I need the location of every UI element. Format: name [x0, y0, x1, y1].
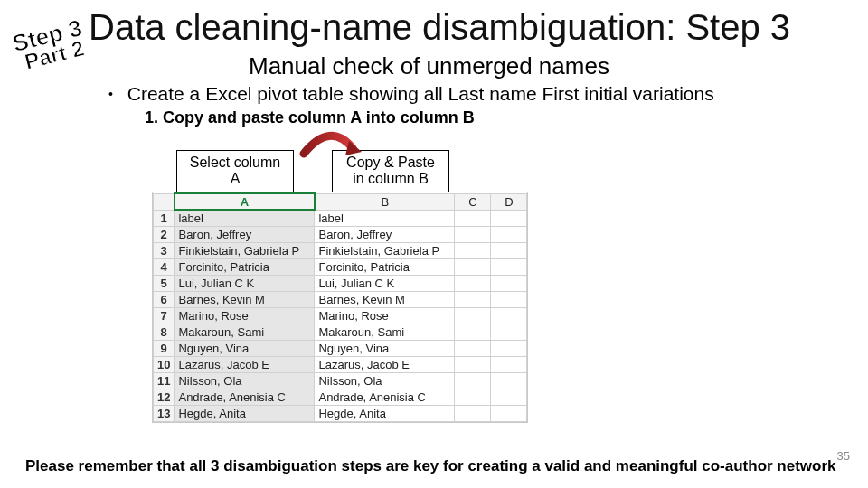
cell-d[interactable] [491, 356, 527, 372]
slide-title: Data cleaning-name disambiguation: Step … [89, 7, 790, 48]
cell-b[interactable]: Marino, Rose [315, 307, 455, 324]
cell-b[interactable]: Forcinito, Patricia [315, 258, 455, 275]
callout-a-l2: A [183, 171, 288, 187]
column-header-row: A B C D [154, 193, 527, 210]
bullet-dot: • [108, 87, 113, 101]
cell-d[interactable] [491, 307, 527, 324]
cell-b[interactable]: Lazarus, Jacob E [315, 356, 455, 372]
cell-a[interactable]: Baron, Jeffrey [175, 226, 315, 242]
callout-b-l2: in column B [338, 171, 443, 187]
cell-b[interactable]: Finkielstain, Gabriela P [315, 242, 455, 258]
cell-a[interactable]: Hegde, Anita [175, 405, 315, 421]
row-header[interactable]: 5 [154, 275, 175, 291]
cell-c[interactable] [455, 405, 491, 421]
page-number: 35 [837, 449, 850, 463]
cell-d[interactable] [491, 258, 527, 275]
row-header[interactable]: 3 [154, 242, 175, 258]
cell-b[interactable]: label [315, 210, 455, 226]
row-header[interactable]: 11 [154, 372, 175, 389]
slide-subtitle: Manual check of unmerged names [249, 52, 609, 80]
cell-c[interactable] [455, 372, 491, 389]
cell-a[interactable]: Lui, Julian C K [175, 275, 315, 291]
row-header[interactable]: 12 [154, 389, 175, 405]
cell-d[interactable] [491, 340, 527, 356]
cell-c[interactable] [455, 389, 491, 405]
curved-arrow-icon [298, 130, 362, 157]
callout-a-l1: Select column [183, 155, 288, 171]
col-header-b[interactable]: B [315, 193, 455, 210]
cell-c[interactable] [455, 340, 491, 356]
bullet-text: Create a Excel pivot table showing all L… [127, 83, 714, 104]
step-stamp: Step 3 Part 2 [11, 17, 90, 74]
cell-a[interactable]: Barnes, Kevin M [175, 291, 315, 307]
cell-a[interactable]: label [175, 210, 315, 226]
col-header-d[interactable]: D [491, 193, 527, 210]
table-row: 1labellabel [154, 210, 527, 226]
cell-d[interactable] [491, 242, 527, 258]
cell-c[interactable] [455, 324, 491, 340]
row-header[interactable]: 8 [154, 324, 175, 340]
cell-c[interactable] [455, 258, 491, 275]
table-row: 6Barnes, Kevin MBarnes, Kevin M [154, 291, 527, 307]
cell-b[interactable]: Andrade, Anenisia C [315, 389, 455, 405]
cell-c[interactable] [455, 242, 491, 258]
cell-d[interactable] [491, 210, 527, 226]
cell-c[interactable] [455, 307, 491, 324]
cell-a[interactable]: Forcinito, Patricia [175, 258, 315, 275]
substep-text: 1. Copy and paste column A into column B [145, 108, 475, 127]
cell-d[interactable] [491, 324, 527, 340]
table-row: 12Andrade, Anenisia CAndrade, Anenisia C [154, 389, 527, 405]
table-row: 5Lui, Julian C KLui, Julian C K [154, 275, 527, 291]
cell-b[interactable]: Barnes, Kevin M [315, 291, 455, 307]
cell-b[interactable]: Hegde, Anita [315, 405, 455, 421]
cell-d[interactable] [491, 389, 527, 405]
cell-a[interactable]: Nilsson, Ola [175, 372, 315, 389]
cell-d[interactable] [491, 372, 527, 389]
cell-b[interactable]: Nilsson, Ola [315, 372, 455, 389]
cell-b[interactable]: Baron, Jeffrey [315, 226, 455, 242]
table-row: 11Nilsson, OlaNilsson, Ola [154, 372, 527, 389]
cell-a[interactable]: Nguyen, Vina [175, 340, 315, 356]
cell-d[interactable] [491, 405, 527, 421]
cell-a[interactable]: Finkielstain, Gabriela P [175, 242, 315, 258]
row-header[interactable]: 13 [154, 405, 175, 421]
table-row: 8Makaroun, SamiMakaroun, Sami [154, 324, 527, 340]
select-all-corner[interactable] [154, 193, 175, 210]
cell-b[interactable]: Nguyen, Vina [315, 340, 455, 356]
cell-c[interactable] [455, 275, 491, 291]
cell-b[interactable]: Lui, Julian C K [315, 275, 455, 291]
table-row: 7Marino, RoseMarino, Rose [154, 307, 527, 324]
table-row: 4Forcinito, PatriciaForcinito, Patricia [154, 258, 527, 275]
row-header[interactable]: 2 [154, 226, 175, 242]
row-header[interactable]: 7 [154, 307, 175, 324]
table-row: 10Lazarus, Jacob ELazarus, Jacob E [154, 356, 527, 372]
col-header-c[interactable]: C [455, 193, 491, 210]
footer-note: Please remember that all 3 disambiguatio… [25, 457, 836, 475]
cell-a[interactable]: Andrade, Anenisia C [175, 389, 315, 405]
row-header[interactable]: 1 [154, 210, 175, 226]
cell-a[interactable]: Makaroun, Sami [175, 324, 315, 340]
cell-c[interactable] [455, 356, 491, 372]
table-row: 9Nguyen, VinaNguyen, Vina [154, 340, 527, 356]
table-row: 3Finkielstain, Gabriela PFinkielstain, G… [154, 242, 527, 258]
cell-a[interactable]: Lazarus, Jacob E [175, 356, 315, 372]
row-header[interactable]: 9 [154, 340, 175, 356]
cell-c[interactable] [455, 210, 491, 226]
cell-b[interactable]: Makaroun, Sami [315, 324, 455, 340]
row-header[interactable]: 6 [154, 291, 175, 307]
cell-c[interactable] [455, 226, 491, 242]
row-header[interactable]: 4 [154, 258, 175, 275]
spreadsheet: A B C D 1labellabel2Baron, JeffreyBaron,… [152, 192, 528, 423]
cell-d[interactable] [491, 226, 527, 242]
bullet-item: • Create a Excel pivot table showing all… [108, 83, 714, 105]
cell-d[interactable] [491, 275, 527, 291]
col-header-a[interactable]: A [175, 193, 315, 210]
cell-d[interactable] [491, 291, 527, 307]
cell-c[interactable] [455, 291, 491, 307]
table-row: 2Baron, JeffreyBaron, Jeffrey [154, 226, 527, 242]
row-header[interactable]: 10 [154, 356, 175, 372]
cell-a[interactable]: Marino, Rose [175, 307, 315, 324]
callout-select-column-a: Select column A [176, 150, 294, 192]
table-row: 13Hegde, AnitaHegde, Anita [154, 405, 527, 421]
